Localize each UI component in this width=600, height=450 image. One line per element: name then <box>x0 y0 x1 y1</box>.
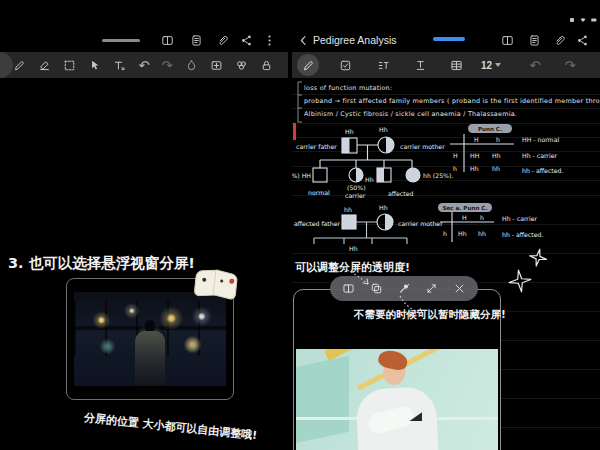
svg-text:Punn C.: Punn C. <box>478 126 502 132</box>
svg-text:H: H <box>462 214 467 221</box>
split-view-icon[interactable] <box>158 31 176 49</box>
left-toolbar: ↶ ↷ <box>0 52 288 78</box>
active-pane-indicator[interactable] <box>433 37 465 41</box>
marquee-select-icon[interactable] <box>63 59 76 72</box>
split-view-icon[interactable] <box>498 31 516 49</box>
left-header <box>0 28 288 52</box>
svg-text:hh (25%).: hh (25%). <box>423 172 453 179</box>
undo-icon[interactable]: ↶ <box>526 56 544 74</box>
embedded-video-window[interactable] <box>66 278 234 400</box>
checkbox-icon[interactable] <box>336 56 354 74</box>
notification-icon <box>568 16 576 24</box>
svg-text:Hh - carrier: Hh - carrier <box>502 215 537 222</box>
svg-text:HH: HH <box>470 152 480 159</box>
table-icon[interactable] <box>447 56 465 74</box>
eraser-icon[interactable] <box>38 59 51 72</box>
svg-text:hh: hh <box>478 230 486 237</box>
left-caption-ink: 分屏的位置 大小都可以自由调整哦! <box>83 410 257 443</box>
svg-text:carrier father: carrier father <box>296 143 337 150</box>
svg-text:Hh: Hh <box>379 204 388 211</box>
share-icon[interactable] <box>237 31 255 49</box>
wifi-icon <box>579 16 587 24</box>
attachment-icon[interactable] <box>550 31 568 49</box>
dotted-arrow-1 <box>328 262 384 290</box>
pane-drag-handle[interactable] <box>102 39 140 42</box>
highlighter-icon[interactable] <box>185 59 198 72</box>
svg-text:hh: hh <box>492 165 500 172</box>
note-line-1: loss of function mutation: <box>304 84 392 92</box>
more-icon[interactable] <box>593 31 600 49</box>
note-line-3: Albinism / Cystic fibrosis / sickle cell… <box>304 110 517 118</box>
back-icon[interactable] <box>294 31 312 49</box>
svg-text:(25%) HH: (25%) HH <box>292 172 311 179</box>
right-note-pane: Pedigree Analysis <box>292 0 600 450</box>
lasso-icon[interactable] <box>88 59 101 72</box>
video-still-mv <box>296 349 498 450</box>
palette-icon[interactable] <box>235 59 248 72</box>
svg-text:Hh: Hh <box>470 165 479 172</box>
svg-text:normal: normal <box>308 189 330 196</box>
silhouette-body <box>135 331 165 386</box>
svg-text:Hh: Hh <box>349 245 358 252</box>
video-still-fireworks <box>74 292 226 386</box>
svg-text:H: H <box>474 136 479 143</box>
svg-text:Hh: Hh <box>365 176 374 183</box>
left-note-page[interactable]: 3. 也可以选择悬浮视窗分屏! 分屏的位置 大小都可以自由调整哦! <box>0 78 288 450</box>
insert-box-icon[interactable] <box>210 59 223 72</box>
undo-icon[interactable]: ↶ <box>139 59 150 72</box>
svg-text:h: h <box>480 214 484 221</box>
svg-text:Hh: Hh <box>345 128 354 135</box>
sparkle-doodles <box>500 248 556 304</box>
svg-text:Hh: Hh <box>458 230 467 237</box>
font-size-dropdown[interactable]: 12 <box>481 52 501 78</box>
svg-text:hh - affected.: hh - affected. <box>522 167 563 174</box>
note-line-2: proband → first affected family members … <box>304 97 600 105</box>
font-size-value: 12 <box>481 60 492 71</box>
svg-text:carrier mother: carrier mother <box>398 220 443 227</box>
svg-text:hh - affected.: hh - affected. <box>502 231 543 238</box>
svg-text:carrier mother: carrier mother <box>400 143 445 150</box>
text-insert-icon[interactable] <box>113 59 126 72</box>
redo-icon[interactable]: ↷ <box>561 56 579 74</box>
reader-view-icon[interactable] <box>525 31 543 49</box>
note-title: Pedigree Analysis <box>313 34 396 46</box>
left-note-pane: ↶ ↷ 3. 也可以选择悬浮视窗分屏! <box>0 0 288 450</box>
redo-icon[interactable]: ↷ <box>162 59 173 72</box>
share-icon[interactable] <box>573 31 591 49</box>
svg-text:Hh: Hh <box>492 152 501 159</box>
lock-icon[interactable] <box>260 59 273 72</box>
pedigree-chart-1: Punn C. carrier father Hh Hh carrier mot… <box>292 118 600 210</box>
svg-text:affected: affected <box>388 190 413 197</box>
pen-tool-selected[interactable] <box>297 54 319 76</box>
dotted-arrow-2 <box>396 294 430 320</box>
svg-text:Hh - carrier: Hh - carrier <box>522 152 557 159</box>
svg-text:HH - normal: HH - normal <box>522 136 559 143</box>
status-bar <box>568 16 598 24</box>
list-text-icon[interactable] <box>374 56 392 74</box>
right-toolbar: 12 ↶ ↷ <box>292 52 600 78</box>
close-icon[interactable] <box>453 282 466 295</box>
svg-text:hh: hh <box>344 206 352 213</box>
chevron-down-icon <box>495 63 501 67</box>
svg-text:Sec a. Punn C.: Sec a. Punn C. <box>442 205 487 211</box>
svg-text:affected father: affected father <box>294 220 341 227</box>
pen-icon[interactable] <box>13 59 26 72</box>
svg-text:h: h <box>453 165 457 172</box>
svg-text:H: H <box>453 152 458 159</box>
person-hair <box>377 349 409 372</box>
left-heading-ink: 3. 也可以选择悬浮视窗分屏! <box>8 254 195 273</box>
open-book-sticker <box>192 265 239 301</box>
attachment-icon[interactable] <box>213 31 231 49</box>
battery-icon <box>590 16 598 24</box>
more-icon[interactable] <box>260 31 278 49</box>
right-header: Pedigree Analysis <box>292 28 600 52</box>
svg-text:h: h <box>496 136 500 143</box>
reader-view-icon[interactable] <box>187 31 205 49</box>
svg-text:h: h <box>443 230 447 237</box>
svg-text:(50%): (50%) <box>347 184 366 191</box>
svg-text:carrier: carrier <box>345 192 366 199</box>
tool-stub[interactable] <box>0 52 13 78</box>
underline-text-icon[interactable] <box>411 56 429 74</box>
svg-text:Hh: Hh <box>379 126 388 133</box>
screen: ↶ ↷ 3. 也可以选择悬浮视窗分屏! <box>0 0 600 450</box>
